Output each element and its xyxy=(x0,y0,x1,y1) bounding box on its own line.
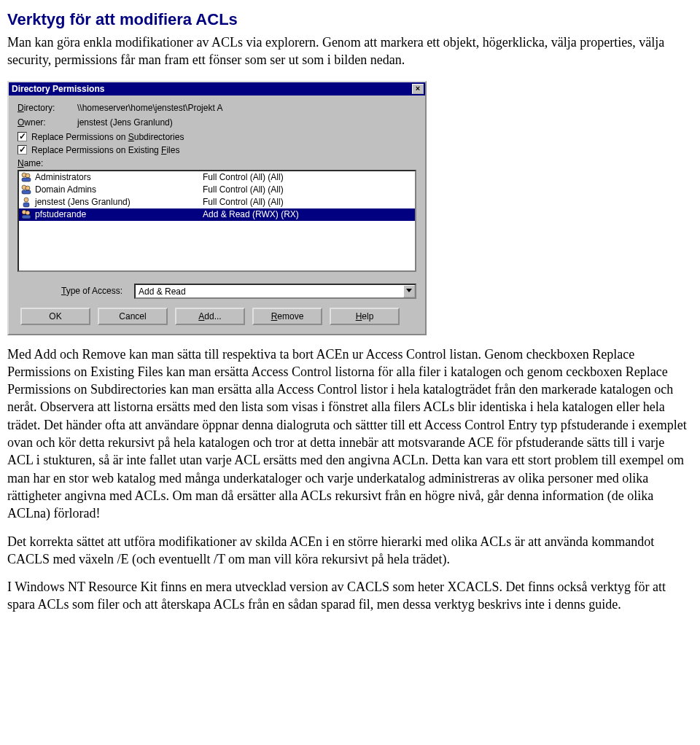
ok-button[interactable]: OK xyxy=(20,308,90,325)
list-item-permission: Full Control (All) (All) xyxy=(203,197,415,207)
directory-label: Directory: xyxy=(18,103,76,113)
name-label: Name: xyxy=(18,158,416,168)
list-item[interactable]: jenstest (Jens Granlund)Full Control (Al… xyxy=(19,196,415,208)
replace-files-checkbox[interactable]: Replace Permissions on Existing Files xyxy=(18,145,416,155)
remove-button[interactable]: Remove xyxy=(252,308,322,325)
close-icon[interactable]: × xyxy=(412,84,424,94)
list-item-permission: Add & Read (RWX) (RX) xyxy=(203,209,415,219)
directory-permissions-dialog: Directory Permissions × Directory: \\hom… xyxy=(7,81,427,335)
user-icon xyxy=(20,196,32,208)
list-item-name: Administrators xyxy=(35,172,203,182)
svg-point-4 xyxy=(26,186,30,190)
page-title: Verktyg för att modifiera ACLs xyxy=(7,10,693,29)
intro-text: Man kan göra enkla modifikationer av ACL… xyxy=(7,34,693,69)
directory-value: \\homeserver\home\jenstest\Projekt A xyxy=(77,103,222,113)
svg-point-9 xyxy=(26,211,30,215)
group-icon xyxy=(20,184,32,195)
list-item[interactable]: AdministratorsFull Control (All) (All) xyxy=(19,171,415,184)
help-button[interactable]: Help xyxy=(330,308,400,325)
checkbox-icon xyxy=(18,145,27,155)
add-button[interactable]: Add... xyxy=(175,308,245,325)
group-icon xyxy=(20,171,32,183)
svg-point-1 xyxy=(26,173,30,178)
owner-label: Owner: xyxy=(18,117,76,128)
dropdown-value: Add & Read xyxy=(136,285,403,297)
replace-subdirs-checkbox[interactable]: Replace Permissions on Subdirectories xyxy=(18,132,416,142)
cancel-button[interactable]: Cancel xyxy=(98,308,168,325)
type-of-access-dropdown[interactable]: Add & Read xyxy=(134,284,416,299)
body-paragraph-1: Med Add och Remove kan man sätta till re… xyxy=(7,346,693,523)
list-item-name: jenstest (Jens Granlund) xyxy=(35,197,203,207)
dialog-screenshot: Directory Permissions × Directory: \\hom… xyxy=(7,81,427,335)
list-item-permission: Full Control (All) (All) xyxy=(203,172,415,182)
checkbox-icon xyxy=(18,132,27,141)
list-item-name: pfstuderande xyxy=(35,209,203,219)
svg-rect-2 xyxy=(22,178,31,182)
chevron-down-icon xyxy=(403,285,415,297)
list-item-name: Domain Admins xyxy=(35,184,203,195)
owner-value: jenstest (Jens Granlund) xyxy=(77,117,173,128)
body-paragraph-3: I Windows NT Resource Kit finns en mera … xyxy=(7,578,693,614)
dialog-title: Directory Permissions xyxy=(12,84,412,94)
type-of-access-label: Type of Access: xyxy=(18,286,134,296)
svg-rect-5 xyxy=(22,190,31,194)
permissions-listbox[interactable]: AdministratorsFull Control (All) (All)Do… xyxy=(18,170,416,272)
list-item-permission: Full Control (All) (All) xyxy=(203,184,415,195)
titlebar: Directory Permissions × xyxy=(9,82,425,95)
list-item[interactable]: pfstuderandeAdd & Read (RWX) (RX) xyxy=(19,208,415,221)
list-item[interactable]: Domain AdminsFull Control (All) (All) xyxy=(19,184,415,196)
body-paragraph-2: Det korrekta sättet att utföra modifikat… xyxy=(7,533,693,569)
group-icon xyxy=(20,208,32,220)
svg-marker-11 xyxy=(406,289,412,292)
svg-rect-7 xyxy=(23,203,29,207)
svg-point-6 xyxy=(24,198,28,202)
svg-rect-10 xyxy=(22,215,31,219)
